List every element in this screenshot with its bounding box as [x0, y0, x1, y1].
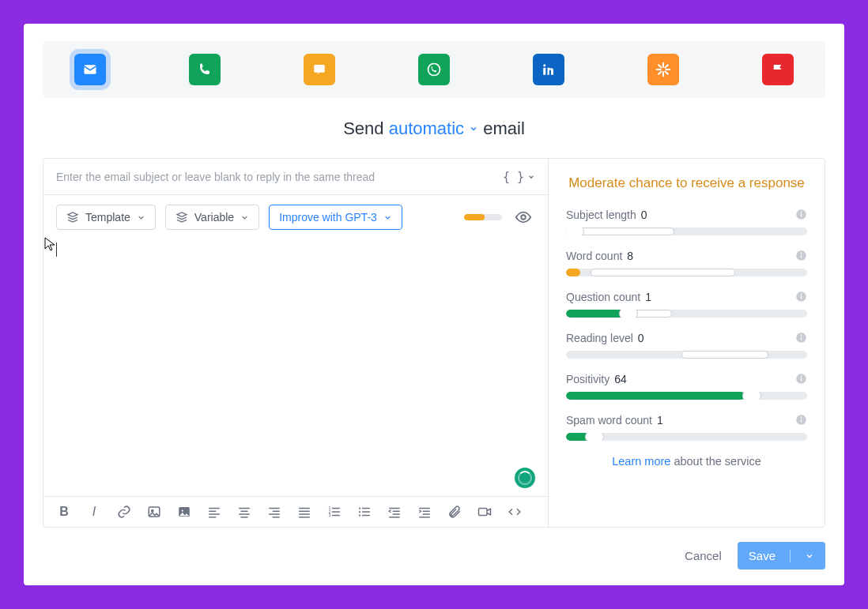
- channel-zapier[interactable]: [647, 54, 679, 85]
- insert-variable-subject[interactable]: { }: [500, 167, 538, 187]
- svg-point-9: [182, 509, 183, 511]
- indent-button[interactable]: [417, 505, 432, 519]
- svg-point-31: [801, 376, 802, 378]
- attachment-button[interactable]: [447, 505, 462, 519]
- info-icon[interactable]: [795, 414, 807, 426]
- metric-positivity: Positivity64: [566, 373, 807, 400]
- save-button[interactable]: Save: [738, 542, 825, 570]
- info-icon[interactable]: [795, 291, 807, 303]
- metric-subject-length: Subject length0: [566, 209, 807, 235]
- svg-rect-30: [801, 378, 802, 382]
- response-chance-mini: [464, 214, 502, 220]
- template-dropdown[interactable]: Template: [56, 205, 156, 230]
- svg-rect-27: [801, 337, 802, 340]
- image-filled-button[interactable]: [176, 505, 192, 519]
- outdent-button[interactable]: [387, 505, 402, 519]
- channel-sms[interactable]: [304, 54, 335, 85]
- metric-spam-count: Spam word count1: [566, 414, 807, 441]
- channel-linkedin[interactable]: [533, 54, 564, 85]
- link-button[interactable]: [116, 505, 132, 519]
- align-justify-button[interactable]: [296, 505, 312, 519]
- channel-whatsapp[interactable]: [418, 54, 450, 85]
- svg-point-14: [359, 511, 360, 513]
- svg-point-34: [801, 417, 802, 419]
- editor-left: { } Template Variable Improve with GPT-3: [43, 159, 548, 527]
- email-body-editor[interactable]: [43, 239, 548, 496]
- svg-point-19: [801, 212, 802, 213]
- svg-point-13: [359, 507, 360, 509]
- loading-spinner: [515, 468, 535, 488]
- svg-text:3: 3: [329, 513, 331, 517]
- ordered-list-button[interactable]: 123: [326, 505, 342, 519]
- metric-reading-level: Reading level0: [566, 332, 807, 359]
- align-right-button[interactable]: [266, 505, 282, 519]
- preview-toggle[interactable]: [511, 205, 535, 229]
- learn-more-line: Learn more about the service: [566, 455, 807, 468]
- svg-rect-1: [314, 65, 325, 73]
- info-icon[interactable]: [795, 332, 807, 344]
- bold-button[interactable]: B: [56, 505, 72, 519]
- cancel-button[interactable]: Cancel: [685, 549, 722, 562]
- svg-point-4: [543, 64, 545, 66]
- modal-panel: Send automatic email { } Template: [24, 24, 844, 585]
- editor-toolbar: Template Variable Improve with GPT-3: [43, 195, 548, 239]
- subject-row: { }: [43, 159, 548, 195]
- svg-rect-18: [801, 214, 802, 217]
- channel-email[interactable]: [74, 54, 106, 85]
- svg-rect-21: [801, 255, 802, 258]
- svg-rect-16: [479, 509, 488, 516]
- variable-dropdown[interactable]: Variable: [165, 205, 259, 230]
- metric-word-count: Word count8: [566, 250, 807, 276]
- svg-rect-33: [801, 419, 802, 423]
- analysis-panel: Moderate chance to receive a response Su…: [548, 159, 825, 527]
- heading-post: email: [483, 118, 525, 138]
- channel-phone[interactable]: [189, 54, 221, 85]
- heading-mode-dropdown[interactable]: automatic: [389, 118, 478, 139]
- unordered-list-button[interactable]: [357, 505, 372, 519]
- italic-button[interactable]: I: [86, 505, 102, 519]
- channel-flag[interactable]: [762, 54, 794, 85]
- svg-rect-24: [801, 296, 802, 299]
- channel-bar: [43, 41, 825, 98]
- step-heading: Send automatic email: [43, 118, 825, 139]
- modal-footer: Cancel Save: [43, 528, 825, 570]
- svg-point-5: [521, 215, 526, 220]
- info-icon[interactable]: [795, 373, 807, 385]
- editor-container: { } Template Variable Improve with GPT-3: [43, 158, 825, 528]
- svg-point-2: [428, 64, 440, 76]
- mouse-cursor-icon: [44, 237, 57, 251]
- format-toolbar: B I 123: [43, 496, 548, 527]
- align-left-button[interactable]: [206, 505, 222, 519]
- response-chance-title: Moderate chance to receive a response: [566, 175, 807, 193]
- svg-rect-3: [543, 68, 545, 75]
- info-icon[interactable]: [795, 209, 807, 220]
- improve-gpt-dropdown[interactable]: Improve with GPT-3: [269, 205, 402, 230]
- subject-input[interactable]: [56, 171, 500, 183]
- metric-question-count: Question count1: [566, 291, 807, 318]
- image-button[interactable]: [146, 505, 162, 519]
- svg-point-28: [801, 335, 802, 336]
- info-icon[interactable]: [795, 250, 807, 261]
- video-button[interactable]: [477, 505, 492, 519]
- heading-pre: Send: [343, 118, 383, 138]
- code-button[interactable]: [507, 505, 523, 519]
- learn-more-link[interactable]: Learn more: [612, 455, 670, 468]
- svg-point-25: [801, 294, 802, 295]
- align-center-button[interactable]: [236, 505, 252, 519]
- svg-point-15: [359, 514, 360, 516]
- svg-point-22: [801, 253, 802, 254]
- svg-point-7: [152, 509, 153, 511]
